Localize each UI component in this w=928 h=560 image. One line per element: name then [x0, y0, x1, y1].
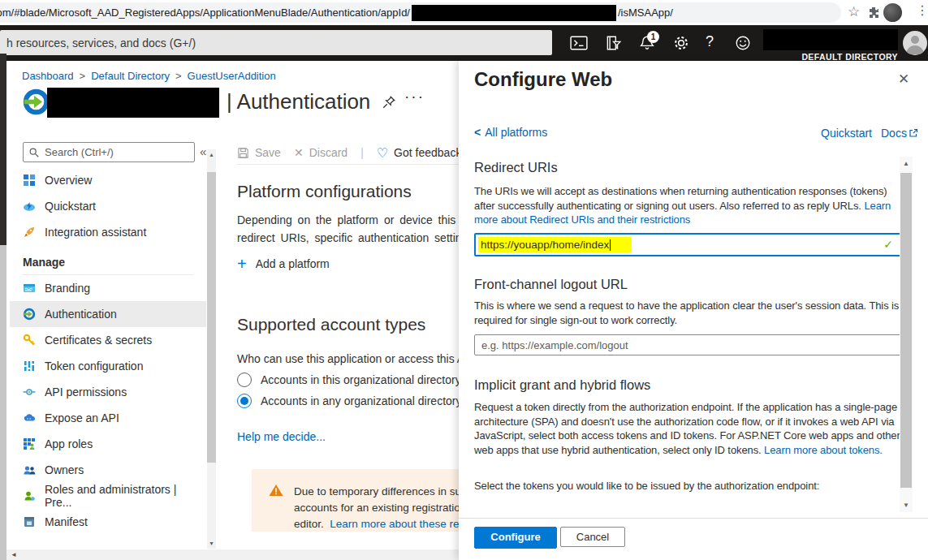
scroll-down-icon[interactable]: ▼	[207, 541, 216, 546]
directory-filter-icon[interactable]	[604, 35, 622, 51]
configure-button[interactable]: Configure	[474, 527, 557, 549]
radio-this-directory[interactable]: Accounts in this organizational director…	[237, 373, 470, 387]
front-channel-heading: Front-channel logout URL	[474, 277, 628, 292]
sidebar-item-expose-api[interactable]: Expose an API	[10, 405, 206, 431]
save-label: Save	[255, 146, 281, 159]
breadcrumb-directory[interactable]: Default Directory	[91, 70, 170, 82]
sidebar-search[interactable]	[23, 142, 195, 162]
valid-check-icon: ✓	[883, 238, 893, 251]
panel-scrollbar[interactable]: ▲ ▼	[900, 157, 913, 512]
sidebar-item-branding[interactable]: Branding	[10, 275, 206, 301]
platform-configurations-desc: Depending on the platform or device this…	[237, 211, 489, 247]
redacted-app-name	[47, 88, 219, 118]
sidebar-item-token-configuration[interactable]: Token configuration	[10, 353, 206, 379]
more-options-icon[interactable]: ···	[404, 88, 425, 106]
sidebar-collapse-button[interactable]: «	[200, 144, 206, 158]
scrollbar-thumb[interactable]	[900, 173, 912, 488]
browser-url: com/#blade/Microsoft_AAD_RegisteredApps/…	[0, 2, 673, 23]
sidebar-item-label: Integration assistant	[45, 226, 146, 239]
branding-icon	[23, 282, 36, 295]
radio-selected-icon[interactable]	[237, 394, 252, 408]
sidebar-item-api-permissions[interactable]: API permissions	[10, 379, 206, 405]
radio-label: Accounts in this organizational director…	[261, 373, 470, 386]
global-search-input[interactable]	[0, 30, 552, 55]
help-me-decide-link[interactable]: Help me decide...	[237, 430, 326, 443]
scroll-down-icon[interactable]: ▼	[900, 502, 913, 509]
account-avatar[interactable]	[903, 31, 927, 55]
save-button[interactable]: Save	[237, 146, 281, 159]
tokens-learn-more-link[interactable]: Learn more about tokens.	[764, 444, 883, 456]
breadcrumb-dashboard[interactable]: Dashboard	[22, 70, 74, 82]
configure-web-panel: Configure Web ✕ <All platforms Quickstar…	[459, 61, 928, 560]
sidebar-search-input[interactable]	[40, 145, 194, 159]
implicit-grant-heading: Implicit grant and hybrid flows	[474, 377, 650, 393]
close-icon[interactable]: ✕	[898, 71, 909, 88]
sidebar-scrollbar[interactable]: ▲ ▼	[207, 149, 216, 549]
sidebar-item-integration-assistant[interactable]: Integration assistant	[10, 219, 206, 245]
bookmark-star-icon[interactable]: ☆	[848, 3, 860, 20]
panel-title: Configure Web	[474, 68, 612, 91]
key-icon	[23, 334, 36, 347]
feedback-smiley-icon[interactable]	[734, 35, 752, 51]
radio-label: Accounts in any organizational directory…	[261, 394, 476, 407]
sidebar-item-overview[interactable]: Overview	[10, 167, 206, 193]
warning-triangle-icon	[269, 484, 283, 497]
browser-menu-icon[interactable]: ⋮	[916, 2, 928, 18]
sidebar-item-owners[interactable]: Owners	[10, 457, 206, 483]
radio-circle-icon[interactable]	[237, 373, 252, 387]
breadcrumb-app[interactable]: GuestUserAddition	[188, 70, 276, 82]
sidebar-item-label: App roles	[45, 437, 93, 450]
app-roles-icon	[23, 437, 36, 450]
sidebar-item-app-roles[interactable]: App roles	[10, 431, 206, 457]
settings-gear-icon[interactable]	[672, 35, 690, 51]
add-platform-button[interactable]: + Add a platform	[237, 256, 330, 271]
quickstart-icon	[23, 200, 36, 213]
cancel-button[interactable]: Cancel	[560, 527, 625, 547]
redirect-uri-input[interactable]: https://youapp/home/index ✓	[474, 233, 902, 256]
discard-button[interactable]: ✕ Discard	[294, 146, 347, 159]
breadcrumb-separator: >	[175, 70, 182, 82]
rocket-icon	[23, 226, 36, 239]
person-icon	[903, 31, 927, 55]
breadcrumb: Dashboard > Default Directory > GuestUse…	[22, 70, 276, 82]
scroll-up-icon[interactable]: ▲	[207, 152, 216, 157]
sidebar-item-authentication[interactable]: Authentication	[10, 301, 206, 327]
save-disk-icon	[237, 147, 249, 159]
feedback-label: Got feedback	[394, 146, 461, 159]
plus-icon: +	[237, 256, 247, 271]
horizontal-scrollbar[interactable]: ◄	[6, 549, 459, 560]
redirect-uris-heading: Redirect URIs	[474, 160, 558, 175]
redirect-uris-desc: The URIs we will accept as destinations …	[474, 184, 903, 227]
azure-portal-screen: com/#blade/Microsoft_AAD_RegisteredApps/…	[0, 0, 928, 560]
cloud-icon	[23, 411, 36, 424]
cloud-shell-icon[interactable]	[570, 35, 588, 51]
azure-top-bar: 1 ? DEFAULT DIRECTORY	[0, 25, 928, 61]
radio-any-directory[interactable]: Accounts in any organizational directory…	[237, 394, 476, 408]
url-suffix: /isMSAApp/	[618, 6, 673, 19]
browser-profile-avatar[interactable]	[883, 3, 902, 22]
sidebar-item-label: Branding	[45, 282, 90, 295]
quickstart-link[interactable]: Quickstart	[821, 127, 872, 140]
extensions-puzzle-icon[interactable]	[867, 6, 880, 19]
browser-address-bar[interactable]: com/#blade/Microsoft_AAD_RegisteredApps/…	[0, 2, 841, 23]
sidebar-nav: Overview Quickstart Integration assistan…	[10, 167, 206, 535]
sidebar-item-manifest[interactable]: Manifest	[10, 509, 206, 535]
page-title: | Authentication	[227, 89, 370, 114]
feedback-button[interactable]: ♡ Got feedback	[377, 145, 462, 161]
panel-footer: Configure Cancel	[459, 518, 928, 560]
sidebar-item-roles-administrators[interactable]: Roles and administrators | Pre...	[10, 483, 206, 509]
help-icon[interactable]: ?	[706, 33, 714, 50]
implicit-grant-desc: Request a token directly from the author…	[474, 400, 903, 457]
scrollbar-thumb[interactable]	[207, 172, 216, 463]
scroll-left-icon[interactable]: ◄	[11, 551, 17, 558]
desc-line: Depending on the platform or device this…	[237, 211, 489, 229]
front-channel-desc: This is where we send a request to have …	[474, 299, 903, 327]
pin-icon[interactable]	[382, 95, 396, 110]
left-edge-scroll	[0, 245, 6, 560]
docs-link[interactable]: Docs	[881, 127, 918, 140]
sidebar-item-quickstart[interactable]: Quickstart	[10, 193, 206, 219]
sidebar-item-certificates-secrets[interactable]: Certificates & secrets	[10, 327, 206, 353]
logout-url-input[interactable]	[474, 334, 902, 355]
scroll-up-icon[interactable]: ▲	[900, 160, 913, 167]
all-platforms-back-link[interactable]: <All platforms	[474, 126, 547, 139]
